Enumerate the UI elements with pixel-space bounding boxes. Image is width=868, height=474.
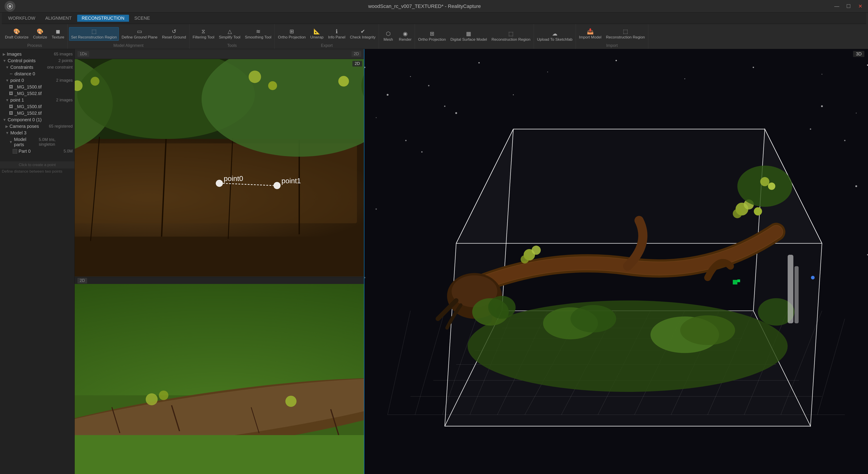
svg-rect-122: [733, 280, 737, 284]
svg-point-41: [146, 393, 158, 406]
upload-group: ☁ Upload To Sketchfab: [534, 24, 576, 49]
svg-point-119: [768, 183, 775, 190]
sidebar-item-model3[interactable]: ▼ Model 3: [0, 130, 74, 136]
import-reconstruction-region-button[interactable]: ⬚ Reconstruction Region: [604, 27, 647, 40]
render-icon: ◉: [403, 31, 408, 37]
sidebar-item-part0[interactable]: Part 0 5.0M: [0, 148, 74, 155]
sidebar-item-camera-poses[interactable]: ▶ Camera poses 65 registered: [0, 123, 74, 130]
unwrap-button[interactable]: 📐 Unwrap: [309, 27, 326, 40]
part0-label: Part 0: [19, 149, 31, 154]
smoothing-tool-button[interactable]: ≋ Smoothing Tool: [243, 27, 273, 40]
svg-point-116: [754, 207, 762, 215]
view-2d-upper[interactable]: point0 point1 2D: [75, 59, 364, 277]
model3-label: Model 3: [10, 130, 27, 135]
sidebar-item-control-points[interactable]: ▼ Control points 2 points: [0, 58, 74, 64]
simplify-tool-button[interactable]: △ Simplify Tool: [217, 27, 242, 40]
colorize-button[interactable]: 🎨 Colorize: [31, 27, 49, 40]
svg-point-126: [428, 85, 429, 87]
svg-point-100: [468, 301, 788, 392]
scene-3d[interactable]: 3D: [364, 49, 868, 474]
unwrap-label: Unwrap: [310, 35, 324, 40]
sidebar-item-component0[interactable]: ▼ Component 0 (1): [0, 117, 74, 123]
digital-surface-model-label: Digital Surface Model: [451, 37, 487, 42]
svg-point-118: [760, 177, 769, 186]
constraints-count: one constraint: [47, 65, 73, 70]
tab-scene[interactable]: SCENE: [130, 15, 155, 22]
app-logo: [4, 1, 16, 12]
point0-img1-icon: 🖼: [9, 85, 13, 89]
svg-point-59: [513, 94, 514, 95]
sidebar-item-model-parts[interactable]: ▼ Model parts 5.0M tris, singleton: [0, 136, 74, 148]
maximize-button[interactable]: ☐: [845, 3, 852, 9]
svg-point-18: [249, 71, 261, 83]
mesh-button[interactable]: ⬡ Mesh: [380, 30, 396, 43]
model-alignment-group: ⬚ Set Reconstruction Region ▭ Define Gro…: [68, 24, 189, 49]
unwrap-icon: 📐: [313, 28, 320, 35]
svg-point-21: [216, 180, 223, 187]
svg-point-49: [410, 76, 411, 77]
import-label: Import: [577, 43, 647, 48]
ortho-projection-button[interactable]: ⊞ Ortho Projection: [276, 27, 308, 40]
point1-img2-icon: 🖼: [9, 111, 13, 116]
view-2d-lower[interactable]: 2D: [75, 277, 364, 474]
import-model-button[interactable]: 📥 Import Model: [577, 27, 603, 40]
point1-img1-icon: 🖼: [9, 104, 13, 109]
tab-reconstruction[interactable]: RECONSTRUCTION: [77, 15, 129, 22]
render-button[interactable]: ◉ Render: [397, 30, 413, 43]
define-ground-plane-label: Define Ground Plane: [122, 35, 158, 40]
svg-point-63: [421, 151, 423, 153]
check-integrity-button[interactable]: ✔ Check Integrity: [348, 27, 377, 40]
svg-point-131: [855, 185, 857, 187]
window-title: woodScan_rc_v007_TEXTURED* - RealityCapt…: [16, 3, 834, 9]
images-arrow: ▶: [3, 52, 5, 56]
sidebar-item-point1[interactable]: ▼ point 1 2 images: [0, 97, 74, 103]
ortho-proj2-button[interactable]: ⊞ Ortho Projection: [416, 30, 448, 43]
info-panel-button[interactable]: ℹ Info Panel: [326, 27, 347, 40]
texture-button[interactable]: ◼ Texture: [50, 27, 66, 40]
svg-rect-120: [788, 255, 793, 323]
point0-count: 2 images: [56, 78, 73, 83]
sidebar-item-constraints[interactable]: ▼ Constraints one constraint: [0, 64, 74, 71]
process-label: Process: [3, 43, 66, 48]
digital-surface-model-button[interactable]: ▦ Digital Surface Model: [448, 30, 489, 43]
point0-img2-label: _MG_1502.tif: [14, 91, 42, 96]
sidebar: ▶ Images 65 images ▼ Control points 2 po…: [0, 49, 75, 474]
svg-point-115: [733, 209, 742, 218]
mesh-icon: ⬡: [386, 31, 391, 37]
distance0-icon: ↔: [9, 71, 13, 76]
close-button[interactable]: ✕: [857, 3, 864, 9]
tab-workflow[interactable]: WORKFLOW: [4, 15, 40, 22]
texture-label: Texture: [52, 35, 64, 40]
upload-sketchfab-button[interactable]: ☁ Upload To Sketchfab: [535, 30, 575, 43]
sidebar-item-point0-img2[interactable]: 🖼 _MG_1502.tif: [0, 90, 74, 97]
filtering-tool-button[interactable]: ⧖ Filtering Tool: [191, 27, 216, 40]
panel-2d: 1Ds 2D: [75, 49, 364, 474]
reconstruction-region-export-button[interactable]: ⬚ Reconstruction Region: [490, 30, 532, 43]
sidebar-item-images[interactable]: ▶ Images 65 images: [0, 51, 74, 58]
import-group: 📥 Import Model ⬚ Reconstruction Region I…: [576, 24, 648, 49]
tools-label: Tools: [191, 43, 273, 48]
svg-point-127: [455, 112, 457, 114]
mesh-label: Mesh: [384, 37, 393, 42]
minimize-button[interactable]: —: [834, 3, 840, 9]
sidebar-item-point0-img1[interactable]: 🖼 _MG_1500.tif: [0, 84, 74, 90]
constraints-arrow: ▼: [5, 65, 9, 69]
sidebar-item-distance0[interactable]: ↔ distance 0: [0, 71, 74, 77]
svg-point-112: [521, 255, 529, 263]
svg-point-53: [684, 78, 685, 79]
mesh-group: ⬡ Mesh ◉ Render: [379, 24, 415, 49]
view-2d-lower-image: [75, 284, 364, 474]
tab-alignment[interactable]: ALIGNMENT: [41, 15, 76, 22]
check-integrity-label: Check Integrity: [350, 35, 375, 40]
draft-colorize-button[interactable]: 🎨 Draft Colorize: [3, 27, 30, 40]
sidebar-item-point1-img1[interactable]: 🖼 _MG_1500.tif: [0, 103, 74, 110]
sidebar-item-point0[interactable]: ▼ point 0 2 images: [0, 77, 74, 84]
define-ground-plane-button[interactable]: ▭ Define Ground Plane: [120, 27, 159, 40]
part0-checkbox[interactable]: [13, 149, 17, 154]
reset-ground-button[interactable]: ↺ Reset Ground: [160, 27, 188, 40]
model-parts-arrow: ▼: [9, 140, 13, 144]
content-area: 1Ds 2D: [75, 49, 868, 474]
draft-colorize-label: Draft Colorize: [5, 35, 29, 40]
set-reconstruction-region-button[interactable]: ⬚ Set Reconstruction Region: [69, 27, 119, 41]
sidebar-item-point1-img2[interactable]: 🖼 _MG_1502.tif: [0, 110, 74, 117]
